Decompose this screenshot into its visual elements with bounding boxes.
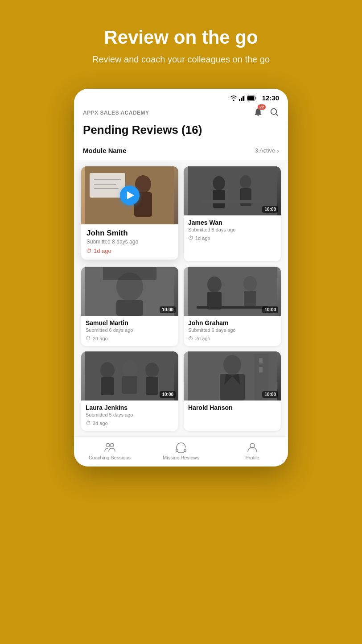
- svg-point-53: [106, 443, 110, 447]
- notif-badge: 22: [258, 104, 266, 110]
- card-name: Samuel Martin: [86, 319, 174, 326]
- card-time: ⏱ 2d ago: [188, 335, 276, 342]
- module-name: Module Name: [83, 147, 127, 154]
- wifi-icon: [230, 95, 237, 101]
- duration-badge: 10:00: [160, 306, 176, 313]
- svg-rect-27: [103, 267, 156, 280]
- page-title: Pending Reviews (16): [74, 123, 288, 142]
- card-john-graham[interactable]: 10:00 John Graham Submitted 6 days ago ⏱…: [184, 267, 281, 346]
- clock-icon: ⏱: [188, 335, 193, 342]
- clock-icon: ⏱: [86, 248, 92, 254]
- card-name: John Graham: [188, 319, 276, 326]
- duration-badge: 10:00: [262, 206, 278, 213]
- app-name: APPX SALES ACADEMY: [83, 110, 149, 116]
- search-button[interactable]: [269, 107, 279, 119]
- svg-rect-55: [176, 449, 178, 452]
- module-active-count: 3 Active: [255, 147, 276, 154]
- bottom-nav: Coaching Sessions Mission Reviews: [74, 436, 288, 466]
- profile-icon: [246, 441, 259, 454]
- hero-section: Review on the go Review and coach your c…: [0, 0, 362, 78]
- headset-icon: [175, 441, 187, 454]
- duration-badge: 10:00: [262, 306, 278, 313]
- svg-rect-51: [259, 358, 263, 363]
- nav-coaching-sessions[interactable]: Coaching Sessions: [74, 441, 145, 460]
- svg-rect-42: [146, 377, 158, 395]
- card-submitted: Submitted 6 days ago: [188, 327, 276, 333]
- card-time-label: 2d ago: [93, 336, 108, 341]
- svg-rect-38: [101, 377, 114, 395]
- duration-badge: 10:00: [262, 391, 278, 398]
- clock-icon: ⏱: [86, 420, 91, 426]
- chevron-right-icon: ›: [277, 147, 279, 154]
- card-john-smith[interactable]: John Smith Submitted 8 days ago ⏱ 1d ago: [81, 166, 178, 260]
- svg-point-32: [243, 276, 257, 291]
- card-submitted: Submitted 8 days ago: [86, 239, 173, 245]
- clock-icon: ⏱: [86, 335, 91, 342]
- battery-icon: [247, 95, 257, 101]
- nav-label-profile: Profile: [245, 455, 259, 460]
- hero-subtitle: Review and coach your colleagues on the …: [92, 54, 270, 65]
- svg-rect-40: [122, 376, 137, 394]
- svg-rect-1: [241, 98, 242, 101]
- card-submitted: Submitted 8 days ago: [188, 227, 276, 232]
- play-button[interactable]: [120, 186, 140, 205]
- svg-point-30: [207, 277, 222, 293]
- card-time: ⏱ 2d ago: [86, 335, 174, 342]
- card-name: John Smith: [86, 229, 173, 238]
- svg-rect-34: [197, 306, 268, 309]
- svg-rect-52: [259, 367, 263, 372]
- svg-rect-0: [239, 99, 240, 101]
- svg-rect-22: [201, 200, 263, 203]
- svg-rect-19: [213, 190, 225, 208]
- status-bar: 12:30: [74, 89, 288, 104]
- card-name: James Wan: [188, 219, 276, 226]
- card-laura-jenkins[interactable]: 10:00 Laura Jenkins Submitted 5 days ago…: [81, 351, 178, 431]
- svg-rect-56: [184, 449, 186, 452]
- nav-mission-reviews[interactable]: Mission Reviews: [145, 441, 217, 460]
- card-submitted: Submitted 5 days ago: [86, 412, 174, 417]
- card-samuel-martin[interactable]: 10:00 Samuel Martin Submitted 6 days ago…: [81, 267, 178, 346]
- svg-rect-26: [116, 300, 143, 316]
- card-time: ⏱ 1d ago: [86, 248, 173, 254]
- status-time: 12:30: [262, 94, 279, 102]
- notification-button[interactable]: 22: [253, 107, 263, 119]
- phone-container: 12:30 APPX SALES ACADEMY 22 Pending Revi…: [74, 89, 288, 466]
- card-harold-hanson[interactable]: 10:00 Harold Hanson: [184, 351, 281, 431]
- card-james-wan[interactable]: 10:00 James Wan Submitted 8 days ago ⏱ 1…: [184, 166, 281, 261]
- card-name: Laura Jenkins: [86, 404, 174, 411]
- svg-point-54: [110, 443, 114, 447]
- svg-point-18: [213, 176, 225, 190]
- nav-label-coaching: Coaching Sessions: [89, 455, 131, 460]
- svg-point-41: [145, 363, 159, 378]
- svg-point-37: [100, 362, 115, 378]
- card-time-label: 3d ago: [93, 421, 108, 426]
- svg-point-20: [240, 175, 251, 189]
- clock-icon: ⏱: [188, 235, 193, 241]
- svg-rect-2: [243, 96, 244, 101]
- card-time-label: 1d ago: [94, 248, 111, 254]
- card-name: Harold Hanson: [188, 404, 276, 411]
- hero-title: Review on the go: [104, 27, 258, 48]
- nav-profile[interactable]: Profile: [217, 441, 288, 460]
- card-time: ⏱ 1d ago: [188, 235, 276, 241]
- card-submitted: Submitted 6 days ago: [86, 327, 174, 333]
- cards-scroll[interactable]: John Smith Submitted 8 days ago ⏱ 1d ago: [74, 161, 288, 436]
- card-time: ⏱ 3d ago: [86, 420, 174, 426]
- app-header: APPX SALES ACADEMY 22: [74, 104, 288, 123]
- svg-rect-3: [244, 95, 245, 101]
- card-time-label: 2d ago: [195, 336, 210, 341]
- module-row[interactable]: Module Name 3 Active ›: [74, 142, 288, 161]
- coaching-icon: [103, 441, 116, 454]
- signal-icon: [239, 95, 245, 101]
- svg-rect-6: [255, 97, 256, 99]
- svg-rect-5: [247, 96, 254, 100]
- svg-point-39: [122, 360, 137, 377]
- nav-label-mission: Mission Reviews: [163, 455, 199, 460]
- duration-badge: 10:00: [160, 391, 176, 398]
- card-time-label: 1d ago: [195, 235, 210, 241]
